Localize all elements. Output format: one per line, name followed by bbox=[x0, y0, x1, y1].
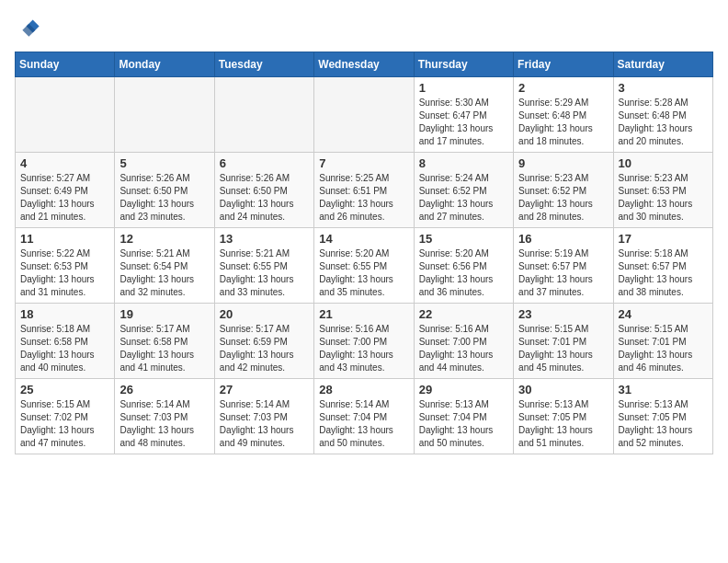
day-info: Sunrise: 5:29 AM Sunset: 6:48 PM Dayligh… bbox=[518, 97, 608, 148]
day-number: 26 bbox=[119, 383, 209, 396]
calendar-day-cell: 9Sunrise: 5:23 AM Sunset: 6:52 PM Daylig… bbox=[514, 153, 613, 228]
weekday-header: Wednesday bbox=[314, 52, 414, 77]
calendar-day-cell bbox=[16, 77, 115, 153]
day-number: 1 bbox=[419, 81, 508, 95]
day-number: 20 bbox=[220, 307, 309, 321]
weekday-header: Sunday bbox=[16, 52, 115, 77]
calendar-day-cell bbox=[115, 77, 214, 153]
day-number: 24 bbox=[619, 307, 708, 321]
day-info: Sunrise: 5:15 AM Sunset: 7:01 PM Dayligh… bbox=[518, 323, 608, 374]
day-info: Sunrise: 5:16 AM Sunset: 7:00 PM Dayligh… bbox=[419, 323, 508, 374]
calendar-day-cell: 6Sunrise: 5:26 AM Sunset: 6:50 PM Daylig… bbox=[214, 153, 313, 228]
calendar-week-row: 18Sunrise: 5:18 AM Sunset: 6:58 PM Dayli… bbox=[16, 304, 713, 379]
calendar-day-cell bbox=[314, 77, 414, 153]
day-info: Sunrise: 5:23 AM Sunset: 6:53 PM Dayligh… bbox=[619, 172, 708, 224]
day-number: 2 bbox=[518, 81, 608, 95]
day-info: Sunrise: 5:17 AM Sunset: 6:58 PM Dayligh… bbox=[119, 323, 209, 374]
calendar-day-cell: 2Sunrise: 5:29 AM Sunset: 6:48 PM Daylig… bbox=[514, 77, 613, 153]
calendar-day-cell: 27Sunrise: 5:14 AM Sunset: 7:03 PM Dayli… bbox=[214, 379, 313, 454]
logo bbox=[15, 15, 44, 40]
day-number: 4 bbox=[20, 156, 109, 170]
calendar-day-cell: 1Sunrise: 5:30 AM Sunset: 6:47 PM Daylig… bbox=[414, 77, 513, 153]
calendar-day-cell: 16Sunrise: 5:19 AM Sunset: 6:57 PM Dayli… bbox=[514, 228, 613, 304]
day-number: 14 bbox=[319, 232, 408, 246]
calendar-day-cell: 25Sunrise: 5:15 AM Sunset: 7:02 PM Dayli… bbox=[16, 379, 115, 454]
day-info: Sunrise: 5:16 AM Sunset: 7:00 PM Dayligh… bbox=[319, 323, 408, 374]
calendar-day-cell: 11Sunrise: 5:22 AM Sunset: 6:53 PM Dayli… bbox=[16, 228, 115, 304]
calendar-week-row: 1Sunrise: 5:30 AM Sunset: 6:47 PM Daylig… bbox=[16, 77, 713, 153]
calendar-week-row: 4Sunrise: 5:27 AM Sunset: 6:49 PM Daylig… bbox=[16, 153, 713, 228]
day-number: 21 bbox=[319, 307, 408, 321]
calendar-day-cell: 12Sunrise: 5:21 AM Sunset: 6:54 PM Dayli… bbox=[115, 228, 214, 304]
day-info: Sunrise: 5:13 AM Sunset: 7:04 PM Dayligh… bbox=[419, 398, 508, 450]
weekday-header: Monday bbox=[115, 52, 214, 77]
calendar-day-cell: 8Sunrise: 5:24 AM Sunset: 6:52 PM Daylig… bbox=[414, 153, 513, 228]
day-number: 27 bbox=[220, 383, 309, 396]
day-info: Sunrise: 5:14 AM Sunset: 7:03 PM Dayligh… bbox=[119, 398, 209, 450]
page-header bbox=[15, 15, 713, 40]
weekday-header: Saturday bbox=[613, 52, 712, 77]
day-info: Sunrise: 5:30 AM Sunset: 6:47 PM Dayligh… bbox=[419, 97, 508, 148]
calendar-day-cell: 14Sunrise: 5:20 AM Sunset: 6:55 PM Dayli… bbox=[314, 228, 414, 304]
calendar-day-cell: 28Sunrise: 5:14 AM Sunset: 7:04 PM Dayli… bbox=[314, 379, 414, 454]
day-number: 15 bbox=[419, 232, 508, 246]
calendar-day-cell: 15Sunrise: 5:20 AM Sunset: 6:56 PM Dayli… bbox=[414, 228, 513, 304]
calendar-day-cell: 20Sunrise: 5:17 AM Sunset: 6:59 PM Dayli… bbox=[214, 304, 313, 379]
calendar-day-cell bbox=[214, 77, 313, 153]
day-number: 18 bbox=[20, 307, 109, 321]
day-info: Sunrise: 5:15 AM Sunset: 7:02 PM Dayligh… bbox=[20, 398, 109, 450]
day-number: 12 bbox=[119, 232, 209, 246]
day-info: Sunrise: 5:21 AM Sunset: 6:54 PM Dayligh… bbox=[119, 247, 209, 299]
calendar-day-cell: 22Sunrise: 5:16 AM Sunset: 7:00 PM Dayli… bbox=[414, 304, 513, 379]
day-number: 9 bbox=[518, 156, 608, 170]
weekday-header: Thursday bbox=[414, 52, 513, 77]
calendar-day-cell: 17Sunrise: 5:18 AM Sunset: 6:57 PM Dayli… bbox=[613, 228, 712, 304]
day-info: Sunrise: 5:26 AM Sunset: 6:50 PM Dayligh… bbox=[119, 172, 209, 224]
day-info: Sunrise: 5:21 AM Sunset: 6:55 PM Dayligh… bbox=[220, 247, 309, 299]
day-number: 25 bbox=[20, 383, 109, 396]
calendar-day-cell: 10Sunrise: 5:23 AM Sunset: 6:53 PM Dayli… bbox=[613, 153, 712, 228]
day-number: 11 bbox=[20, 232, 109, 246]
generalblue-icon bbox=[15, 15, 40, 40]
calendar-day-cell: 31Sunrise: 5:13 AM Sunset: 7:05 PM Dayli… bbox=[613, 379, 712, 454]
day-number: 5 bbox=[119, 156, 209, 170]
calendar-table: SundayMondayTuesdayWednesdayThursdayFrid… bbox=[15, 52, 713, 454]
calendar-day-cell: 29Sunrise: 5:13 AM Sunset: 7:04 PM Dayli… bbox=[414, 379, 513, 454]
day-info: Sunrise: 5:13 AM Sunset: 7:05 PM Dayligh… bbox=[619, 398, 708, 450]
day-info: Sunrise: 5:19 AM Sunset: 6:57 PM Dayligh… bbox=[518, 247, 608, 299]
day-info: Sunrise: 5:18 AM Sunset: 6:58 PM Dayligh… bbox=[20, 323, 109, 374]
day-info: Sunrise: 5:26 AM Sunset: 6:50 PM Dayligh… bbox=[220, 172, 309, 224]
calendar-day-cell: 18Sunrise: 5:18 AM Sunset: 6:58 PM Dayli… bbox=[16, 304, 115, 379]
day-info: Sunrise: 5:14 AM Sunset: 7:03 PM Dayligh… bbox=[220, 398, 309, 450]
calendar-day-cell: 26Sunrise: 5:14 AM Sunset: 7:03 PM Dayli… bbox=[115, 379, 214, 454]
day-info: Sunrise: 5:15 AM Sunset: 7:01 PM Dayligh… bbox=[619, 323, 708, 374]
calendar-day-cell: 7Sunrise: 5:25 AM Sunset: 6:51 PM Daylig… bbox=[314, 153, 414, 228]
weekday-header: Tuesday bbox=[214, 52, 313, 77]
day-number: 22 bbox=[419, 307, 508, 321]
calendar-day-cell: 21Sunrise: 5:16 AM Sunset: 7:00 PM Dayli… bbox=[314, 304, 414, 379]
calendar-day-cell: 4Sunrise: 5:27 AM Sunset: 6:49 PM Daylig… bbox=[16, 153, 115, 228]
day-number: 19 bbox=[119, 307, 209, 321]
day-number: 28 bbox=[319, 383, 408, 396]
day-info: Sunrise: 5:24 AM Sunset: 6:52 PM Dayligh… bbox=[419, 172, 508, 224]
calendar-week-row: 25Sunrise: 5:15 AM Sunset: 7:02 PM Dayli… bbox=[16, 379, 713, 454]
day-number: 17 bbox=[619, 232, 708, 246]
day-number: 31 bbox=[619, 383, 708, 396]
day-info: Sunrise: 5:18 AM Sunset: 6:57 PM Dayligh… bbox=[619, 247, 708, 299]
calendar-day-cell: 19Sunrise: 5:17 AM Sunset: 6:58 PM Dayli… bbox=[115, 304, 214, 379]
day-number: 3 bbox=[619, 81, 708, 95]
day-info: Sunrise: 5:20 AM Sunset: 6:55 PM Dayligh… bbox=[319, 247, 408, 299]
day-number: 13 bbox=[220, 232, 309, 246]
day-number: 7 bbox=[319, 156, 408, 170]
day-number: 8 bbox=[419, 156, 508, 170]
day-info: Sunrise: 5:25 AM Sunset: 6:51 PM Dayligh… bbox=[319, 172, 408, 224]
calendar-day-cell: 23Sunrise: 5:15 AM Sunset: 7:01 PM Dayli… bbox=[514, 304, 613, 379]
calendar-week-row: 11Sunrise: 5:22 AM Sunset: 6:53 PM Dayli… bbox=[16, 228, 713, 304]
day-number: 30 bbox=[518, 383, 608, 396]
day-number: 16 bbox=[518, 232, 608, 246]
day-info: Sunrise: 5:22 AM Sunset: 6:53 PM Dayligh… bbox=[20, 247, 109, 299]
calendar-day-cell: 30Sunrise: 5:13 AM Sunset: 7:05 PM Dayli… bbox=[514, 379, 613, 454]
day-number: 6 bbox=[220, 156, 309, 170]
day-info: Sunrise: 5:23 AM Sunset: 6:52 PM Dayligh… bbox=[518, 172, 608, 224]
day-info: Sunrise: 5:13 AM Sunset: 7:05 PM Dayligh… bbox=[518, 398, 608, 450]
